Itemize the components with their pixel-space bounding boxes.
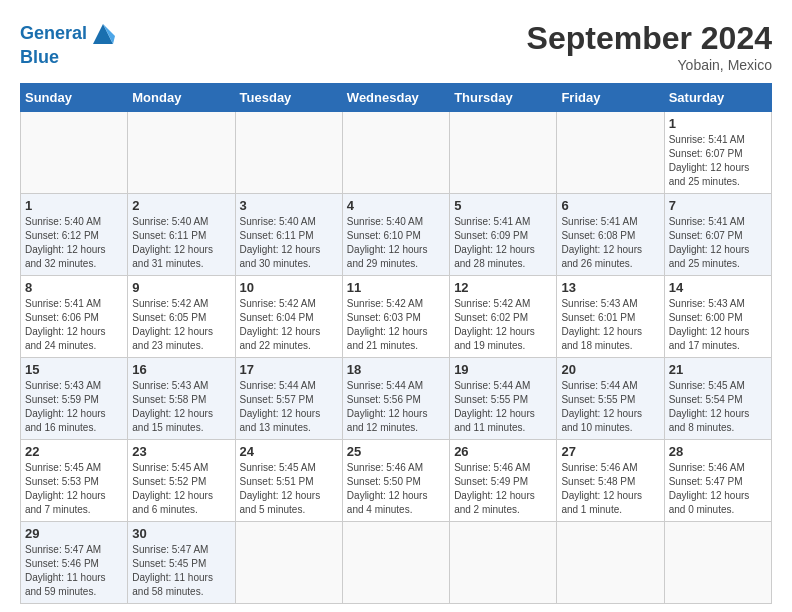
calendar-cell <box>342 522 449 604</box>
calendar-cell: 13Sunrise: 5:43 AMSunset: 6:01 PMDayligh… <box>557 276 664 358</box>
day-number: 29 <box>25 526 123 541</box>
day-number: 6 <box>561 198 659 213</box>
day-info: Sunrise: 5:41 AMSunset: 6:08 PMDaylight:… <box>561 215 659 271</box>
day-number: 18 <box>347 362 445 377</box>
logo-text: General Blue <box>20 20 117 68</box>
day-number: 16 <box>132 362 230 377</box>
calendar-week-row: 15Sunrise: 5:43 AMSunset: 5:59 PMDayligh… <box>21 358 772 440</box>
day-number: 26 <box>454 444 552 459</box>
day-info: Sunrise: 5:42 AMSunset: 6:05 PMDaylight:… <box>132 297 230 353</box>
calendar-cell: 25Sunrise: 5:46 AMSunset: 5:50 PMDayligh… <box>342 440 449 522</box>
calendar-cell <box>235 112 342 194</box>
day-info: Sunrise: 5:46 AMSunset: 5:48 PMDaylight:… <box>561 461 659 517</box>
day-info: Sunrise: 5:40 AMSunset: 6:11 PMDaylight:… <box>132 215 230 271</box>
calendar-cell: 23Sunrise: 5:45 AMSunset: 5:52 PMDayligh… <box>128 440 235 522</box>
day-of-week-header: Saturday <box>664 84 771 112</box>
day-number: 1 <box>669 116 767 131</box>
day-info: Sunrise: 5:40 AMSunset: 6:10 PMDaylight:… <box>347 215 445 271</box>
day-number: 14 <box>669 280 767 295</box>
day-number: 27 <box>561 444 659 459</box>
day-info: Sunrise: 5:47 AMSunset: 5:45 PMDaylight:… <box>132 543 230 599</box>
calendar-cell <box>128 112 235 194</box>
day-of-week-header: Wednesday <box>342 84 449 112</box>
day-info: Sunrise: 5:43 AMSunset: 6:01 PMDaylight:… <box>561 297 659 353</box>
day-info: Sunrise: 5:42 AMSunset: 6:03 PMDaylight:… <box>347 297 445 353</box>
calendar-cell: 4Sunrise: 5:40 AMSunset: 6:10 PMDaylight… <box>342 194 449 276</box>
day-info: Sunrise: 5:44 AMSunset: 5:56 PMDaylight:… <box>347 379 445 435</box>
day-number: 11 <box>347 280 445 295</box>
calendar-cell: 11Sunrise: 5:42 AMSunset: 6:03 PMDayligh… <box>342 276 449 358</box>
calendar-cell <box>21 112 128 194</box>
calendar-cell: 21Sunrise: 5:45 AMSunset: 5:54 PMDayligh… <box>664 358 771 440</box>
calendar-cell: 27Sunrise: 5:46 AMSunset: 5:48 PMDayligh… <box>557 440 664 522</box>
logo: General Blue <box>20 20 117 68</box>
calendar-cell <box>557 522 664 604</box>
day-info: Sunrise: 5:44 AMSunset: 5:55 PMDaylight:… <box>454 379 552 435</box>
calendar-cell: 30Sunrise: 5:47 AMSunset: 5:45 PMDayligh… <box>128 522 235 604</box>
calendar-cell: 28Sunrise: 5:46 AMSunset: 5:47 PMDayligh… <box>664 440 771 522</box>
day-info: Sunrise: 5:45 AMSunset: 5:52 PMDaylight:… <box>132 461 230 517</box>
calendar-cell: 1Sunrise: 5:41 AMSunset: 6:07 PMDaylight… <box>664 112 771 194</box>
day-info: Sunrise: 5:46 AMSunset: 5:47 PMDaylight:… <box>669 461 767 517</box>
header-row: SundayMondayTuesdayWednesdayThursdayFrid… <box>21 84 772 112</box>
calendar-week-row: 22Sunrise: 5:45 AMSunset: 5:53 PMDayligh… <box>21 440 772 522</box>
calendar-week-row: 29Sunrise: 5:47 AMSunset: 5:46 PMDayligh… <box>21 522 772 604</box>
calendar-cell: 6Sunrise: 5:41 AMSunset: 6:08 PMDaylight… <box>557 194 664 276</box>
day-number: 10 <box>240 280 338 295</box>
day-info: Sunrise: 5:43 AMSunset: 5:58 PMDaylight:… <box>132 379 230 435</box>
calendar-cell: 18Sunrise: 5:44 AMSunset: 5:56 PMDayligh… <box>342 358 449 440</box>
day-info: Sunrise: 5:40 AMSunset: 6:11 PMDaylight:… <box>240 215 338 271</box>
calendar-cell: 1Sunrise: 5:40 AMSunset: 6:12 PMDaylight… <box>21 194 128 276</box>
day-number: 17 <box>240 362 338 377</box>
day-of-week-header: Thursday <box>450 84 557 112</box>
day-number: 13 <box>561 280 659 295</box>
calendar-cell: 7Sunrise: 5:41 AMSunset: 6:07 PMDaylight… <box>664 194 771 276</box>
day-number: 12 <box>454 280 552 295</box>
day-number: 15 <box>25 362 123 377</box>
calendar-cell: 3Sunrise: 5:40 AMSunset: 6:11 PMDaylight… <box>235 194 342 276</box>
day-info: Sunrise: 5:42 AMSunset: 6:02 PMDaylight:… <box>454 297 552 353</box>
day-info: Sunrise: 5:46 AMSunset: 5:49 PMDaylight:… <box>454 461 552 517</box>
calendar-cell <box>557 112 664 194</box>
calendar-cell: 24Sunrise: 5:45 AMSunset: 5:51 PMDayligh… <box>235 440 342 522</box>
day-number: 8 <box>25 280 123 295</box>
day-info: Sunrise: 5:41 AMSunset: 6:07 PMDaylight:… <box>669 215 767 271</box>
calendar-header: SundayMondayTuesdayWednesdayThursdayFrid… <box>21 84 772 112</box>
calendar-cell: 5Sunrise: 5:41 AMSunset: 6:09 PMDaylight… <box>450 194 557 276</box>
calendar-week-row: 1Sunrise: 5:41 AMSunset: 6:07 PMDaylight… <box>21 112 772 194</box>
calendar-cell: 10Sunrise: 5:42 AMSunset: 6:04 PMDayligh… <box>235 276 342 358</box>
logo-icon <box>89 20 117 48</box>
calendar-cell <box>450 112 557 194</box>
day-of-week-header: Sunday <box>21 84 128 112</box>
calendar-cell <box>450 522 557 604</box>
calendar-cell: 16Sunrise: 5:43 AMSunset: 5:58 PMDayligh… <box>128 358 235 440</box>
day-info: Sunrise: 5:45 AMSunset: 5:51 PMDaylight:… <box>240 461 338 517</box>
calendar-cell: 14Sunrise: 5:43 AMSunset: 6:00 PMDayligh… <box>664 276 771 358</box>
day-number: 21 <box>669 362 767 377</box>
calendar-cell: 9Sunrise: 5:42 AMSunset: 6:05 PMDaylight… <box>128 276 235 358</box>
title-block: September 2024 Yobain, Mexico <box>527 20 772 73</box>
calendar-cell: 2Sunrise: 5:40 AMSunset: 6:11 PMDaylight… <box>128 194 235 276</box>
day-number: 22 <box>25 444 123 459</box>
day-number: 19 <box>454 362 552 377</box>
calendar-cell: 15Sunrise: 5:43 AMSunset: 5:59 PMDayligh… <box>21 358 128 440</box>
day-info: Sunrise: 5:41 AMSunset: 6:09 PMDaylight:… <box>454 215 552 271</box>
day-info: Sunrise: 5:45 AMSunset: 5:54 PMDaylight:… <box>669 379 767 435</box>
day-info: Sunrise: 5:41 AMSunset: 6:06 PMDaylight:… <box>25 297 123 353</box>
location-title: Yobain, Mexico <box>527 57 772 73</box>
calendar-cell: 22Sunrise: 5:45 AMSunset: 5:53 PMDayligh… <box>21 440 128 522</box>
day-number: 9 <box>132 280 230 295</box>
day-info: Sunrise: 5:40 AMSunset: 6:12 PMDaylight:… <box>25 215 123 271</box>
day-number: 5 <box>454 198 552 213</box>
day-info: Sunrise: 5:44 AMSunset: 5:55 PMDaylight:… <box>561 379 659 435</box>
calendar-cell: 17Sunrise: 5:44 AMSunset: 5:57 PMDayligh… <box>235 358 342 440</box>
day-of-week-header: Monday <box>128 84 235 112</box>
day-info: Sunrise: 5:45 AMSunset: 5:53 PMDaylight:… <box>25 461 123 517</box>
calendar-cell <box>235 522 342 604</box>
day-info: Sunrise: 5:43 AMSunset: 5:59 PMDaylight:… <box>25 379 123 435</box>
day-of-week-header: Friday <box>557 84 664 112</box>
day-number: 2 <box>132 198 230 213</box>
calendar-cell: 8Sunrise: 5:41 AMSunset: 6:06 PMDaylight… <box>21 276 128 358</box>
calendar-cell: 26Sunrise: 5:46 AMSunset: 5:49 PMDayligh… <box>450 440 557 522</box>
calendar-cell <box>342 112 449 194</box>
